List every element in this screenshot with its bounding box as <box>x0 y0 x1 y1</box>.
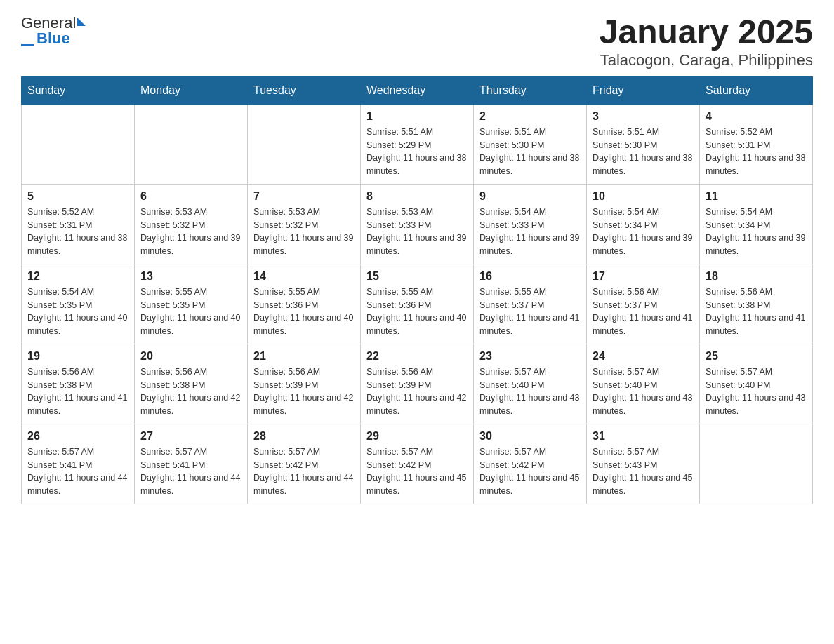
calendar-cell <box>22 104 135 184</box>
day-detail: Sunrise: 5:51 AM <box>479 126 581 139</box>
day-detail: Sunset: 5:43 PM <box>593 459 694 472</box>
calendar-cell: 26Sunrise: 5:57 AMSunset: 5:41 PMDayligh… <box>22 424 135 504</box>
calendar-week-4: 19Sunrise: 5:56 AMSunset: 5:38 PMDayligh… <box>22 344 813 424</box>
day-detail: Sunset: 5:36 PM <box>253 299 355 312</box>
day-detail: Sunrise: 5:54 AM <box>706 206 807 219</box>
day-number: 27 <box>140 430 241 443</box>
calendar-cell: 6Sunrise: 5:53 AMSunset: 5:32 PMDaylight… <box>135 184 248 264</box>
calendar-cell: 31Sunrise: 5:57 AMSunset: 5:43 PMDayligh… <box>587 424 700 504</box>
calendar-cell: 25Sunrise: 5:57 AMSunset: 5:40 PMDayligh… <box>700 344 813 424</box>
day-detail: Sunset: 5:32 PM <box>253 219 355 232</box>
day-number: 15 <box>366 270 468 283</box>
day-detail: Sunset: 5:33 PM <box>366 219 468 232</box>
day-detail: Sunrise: 5:53 AM <box>366 206 468 219</box>
day-detail: Sunrise: 5:56 AM <box>593 286 694 299</box>
day-detail: Daylight: 11 hours and 40 minutes. <box>253 311 355 338</box>
day-detail: Daylight: 11 hours and 41 minutes. <box>479 311 581 338</box>
header-wednesday: Wednesday <box>361 76 474 104</box>
calendar-cell: 11Sunrise: 5:54 AMSunset: 5:34 PMDayligh… <box>700 184 813 264</box>
day-detail: Sunset: 5:38 PM <box>706 299 807 312</box>
day-detail: Daylight: 11 hours and 39 minutes. <box>253 232 355 258</box>
day-detail: Sunset: 5:39 PM <box>253 379 355 392</box>
day-detail: Daylight: 11 hours and 41 minutes. <box>706 311 807 338</box>
calendar-body: 1Sunrise: 5:51 AMSunset: 5:29 PMDaylight… <box>22 104 813 504</box>
day-detail: Sunrise: 5:57 AM <box>593 445 694 459</box>
day-detail: Sunrise: 5:57 AM <box>253 445 355 459</box>
day-detail: Daylight: 11 hours and 39 minutes. <box>366 232 468 258</box>
calendar-cell: 24Sunrise: 5:57 AMSunset: 5:40 PMDayligh… <box>587 344 700 424</box>
day-detail: Sunset: 5:31 PM <box>27 219 128 232</box>
calendar-cell: 23Sunrise: 5:57 AMSunset: 5:40 PMDayligh… <box>474 344 587 424</box>
day-detail: Sunrise: 5:52 AM <box>706 126 807 139</box>
day-detail: Daylight: 11 hours and 40 minutes. <box>140 311 241 338</box>
day-detail: Daylight: 11 hours and 43 minutes. <box>706 391 807 418</box>
calendar-cell: 8Sunrise: 5:53 AMSunset: 5:33 PMDaylight… <box>361 184 474 264</box>
day-detail: Daylight: 11 hours and 44 minutes. <box>27 471 128 498</box>
day-detail: Sunset: 5:42 PM <box>479 459 581 472</box>
day-detail: Daylight: 11 hours and 45 minutes. <box>366 471 468 498</box>
day-detail: Sunset: 5:41 PM <box>27 459 128 472</box>
day-detail: Sunset: 5:32 PM <box>140 219 241 232</box>
calendar-week-2: 5Sunrise: 5:52 AMSunset: 5:31 PMDaylight… <box>22 184 813 264</box>
day-detail: Sunset: 5:34 PM <box>593 219 694 232</box>
calendar-cell: 30Sunrise: 5:57 AMSunset: 5:42 PMDayligh… <box>474 424 587 504</box>
day-number: 4 <box>706 110 807 123</box>
calendar-cell: 12Sunrise: 5:54 AMSunset: 5:35 PMDayligh… <box>22 264 135 344</box>
day-number: 23 <box>479 350 581 363</box>
day-number: 11 <box>706 190 807 203</box>
day-number: 18 <box>706 270 807 283</box>
day-detail: Sunrise: 5:57 AM <box>366 445 468 459</box>
day-detail: Sunset: 5:30 PM <box>593 139 694 152</box>
day-number: 7 <box>253 190 355 203</box>
day-detail: Sunset: 5:29 PM <box>366 139 468 152</box>
day-detail: Sunset: 5:40 PM <box>479 379 581 392</box>
header-saturday: Saturday <box>700 76 813 104</box>
day-number: 1 <box>366 110 468 123</box>
calendar-cell: 29Sunrise: 5:57 AMSunset: 5:42 PMDayligh… <box>361 424 474 504</box>
day-detail: Sunrise: 5:56 AM <box>706 286 807 299</box>
calendar-cell <box>700 424 813 504</box>
day-detail: Sunset: 5:35 PM <box>140 299 241 312</box>
calendar-cell: 2Sunrise: 5:51 AMSunset: 5:30 PMDaylight… <box>474 104 587 184</box>
day-detail: Sunrise: 5:57 AM <box>593 365 694 379</box>
day-detail: Sunrise: 5:55 AM <box>253 286 355 299</box>
calendar-cell: 15Sunrise: 5:55 AMSunset: 5:36 PMDayligh… <box>361 264 474 344</box>
day-number: 3 <box>593 110 694 123</box>
header-monday: Monday <box>135 76 248 104</box>
day-number: 20 <box>140 350 241 363</box>
day-number: 31 <box>593 430 694 443</box>
day-detail: Sunset: 5:40 PM <box>593 379 694 392</box>
calendar-cell: 17Sunrise: 5:56 AMSunset: 5:37 PMDayligh… <box>587 264 700 344</box>
page-header: General Blue January 2025 Talacogon, Car… <box>21 14 813 69</box>
day-detail: Sunset: 5:35 PM <box>27 299 128 312</box>
logo-triangle-icon <box>77 18 86 26</box>
day-number: 30 <box>479 430 581 443</box>
day-detail: Sunset: 5:42 PM <box>253 459 355 472</box>
day-detail: Daylight: 11 hours and 42 minutes. <box>140 391 241 418</box>
calendar-cell: 13Sunrise: 5:55 AMSunset: 5:35 PMDayligh… <box>135 264 248 344</box>
day-number: 2 <box>479 110 581 123</box>
calendar-cell: 3Sunrise: 5:51 AMSunset: 5:30 PMDaylight… <box>587 104 700 184</box>
day-detail: Daylight: 11 hours and 39 minutes. <box>706 232 807 258</box>
day-detail: Sunrise: 5:54 AM <box>593 206 694 219</box>
day-detail: Daylight: 11 hours and 41 minutes. <box>27 391 128 418</box>
calendar-cell: 18Sunrise: 5:56 AMSunset: 5:38 PMDayligh… <box>700 264 813 344</box>
day-detail: Sunrise: 5:57 AM <box>479 445 581 459</box>
day-detail: Daylight: 11 hours and 38 minutes. <box>479 152 581 178</box>
day-number: 29 <box>366 430 468 443</box>
day-number: 21 <box>253 350 355 363</box>
day-number: 8 <box>366 190 468 203</box>
header-tuesday: Tuesday <box>248 76 361 104</box>
day-detail: Daylight: 11 hours and 44 minutes. <box>140 471 241 498</box>
day-detail: Sunrise: 5:51 AM <box>593 126 694 139</box>
logo: General Blue <box>21 14 86 48</box>
day-detail: Sunset: 5:30 PM <box>479 139 581 152</box>
day-detail: Daylight: 11 hours and 42 minutes. <box>253 391 355 418</box>
day-number: 22 <box>366 350 468 363</box>
day-detail: Daylight: 11 hours and 38 minutes. <box>593 152 694 178</box>
day-number: 10 <box>593 190 694 203</box>
day-number: 13 <box>140 270 241 283</box>
day-detail: Daylight: 11 hours and 38 minutes. <box>366 152 468 178</box>
calendar-header: Sunday Monday Tuesday Wednesday Thursday… <box>22 76 813 104</box>
calendar-cell: 9Sunrise: 5:54 AMSunset: 5:33 PMDaylight… <box>474 184 587 264</box>
